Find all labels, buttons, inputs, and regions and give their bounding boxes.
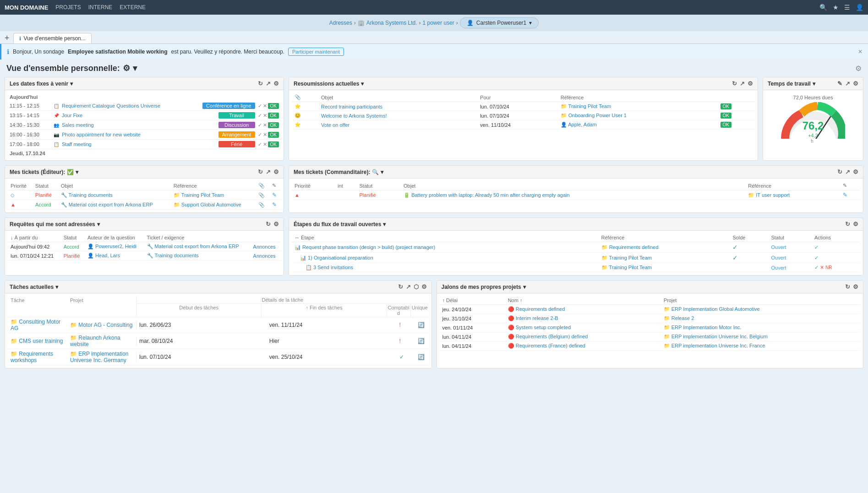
title-chevron-icon[interactable]: ▾ <box>133 63 137 73</box>
wf-ref-2[interactable]: 📁 Training Pilot Team <box>599 253 730 263</box>
jalons-filter-icon[interactable]: ⚙ <box>853 283 858 290</box>
requetes-title-area[interactable]: Requêtes qui me sont adressées ▾ <box>10 221 100 228</box>
dates-refresh-icon[interactable]: ↻ <box>258 80 263 87</box>
resou-refresh-icon[interactable]: ↻ <box>732 80 737 87</box>
req-auteur-1[interactable]: 👤 Poweruser2, Heidi <box>85 242 144 251</box>
x-icon-5[interactable]: ✕ <box>263 141 267 147</box>
date-title-4[interactable]: Photo appointment for new website <box>62 132 216 137</box>
date-title-5[interactable]: Staff meeting <box>62 141 216 147</box>
j-nom-5[interactable]: 🔴 Requirements (France) defined <box>505 341 661 351</box>
j-projet-4[interactable]: 📁 ERP implementation Universe Inc. Belgi… <box>661 332 860 341</box>
date-title-1[interactable]: Requirement Catalogue Questions Universe <box>62 103 200 108</box>
tickets-editeur-filter[interactable]: ⚙ <box>273 168 279 175</box>
j-nom-3[interactable]: 🔴 System setup completed <box>505 323 661 332</box>
taches-title-area[interactable]: Tâches actuelles ▾ <box>10 284 58 290</box>
req-ticket-1[interactable]: 🔧 Material cost export from Arkona ERP <box>144 242 251 251</box>
x-icon-3[interactable]: ✕ <box>263 122 267 128</box>
tache-name-2[interactable]: 📁 CMS user training <box>8 336 67 346</box>
check-icon-3[interactable]: ✓ <box>258 122 262 128</box>
wf-check-3[interactable]: ✓ <box>814 265 819 270</box>
temps-edit-icon[interactable]: ✎ <box>837 80 842 87</box>
check-icon[interactable]: ✓ <box>258 103 262 109</box>
tickets-cmd-refresh[interactable]: ↻ <box>837 168 842 175</box>
dates-fixes-title-area[interactable]: Les dates fixes à venir ▾ <box>10 81 73 87</box>
tab-vue-densemble[interactable]: ℹ Vue d'ensemble person... <box>13 33 92 43</box>
wf-etape-2[interactable]: 📊 1) Organisational preparation <box>292 253 599 263</box>
te-ref-1[interactable]: 📁 Training Pilot Team <box>171 190 256 200</box>
tickets-cmd-external[interactable]: ↗ <box>845 168 850 175</box>
tc-ref-1[interactable]: 📁 IT user support <box>745 190 840 200</box>
tickets-cmd-title-area[interactable]: Mes tickets (Commanditaire): 🔍 ▾ <box>294 169 383 175</box>
temps-filter-icon[interactable]: ⚙ <box>853 80 858 87</box>
filter-icon[interactable]: ⚙ <box>855 64 862 73</box>
wf-action-2[interactable]: ✓ <box>814 255 819 260</box>
resou-filter-icon[interactable]: ⚙ <box>748 80 753 87</box>
req-annonces-1[interactable]: Annonces <box>251 242 281 251</box>
te-edit-2[interactable]: ✎ <box>269 200 281 210</box>
ok-button-3[interactable]: OK <box>268 122 279 128</box>
j-projet-2[interactable]: 📁 Release 2 <box>661 314 860 323</box>
te-edit-1[interactable]: ✎ <box>269 190 281 200</box>
j-projet-5[interactable]: 📁 ERP implementation Universe Inc. Franc… <box>661 341 860 351</box>
jalons-refresh-icon[interactable]: ↻ <box>845 283 850 290</box>
resou-external-icon[interactable]: ↗ <box>740 80 745 87</box>
tickets-cmd-filter[interactable]: ⚙ <box>853 168 858 175</box>
tickets-editeur-refresh[interactable]: ↻ <box>258 168 263 175</box>
breadcrumb-adresses[interactable]: Adresses <box>329 20 352 26</box>
j-nom-4[interactable]: 🔴 Requirements (Belgium) defined <box>505 332 661 341</box>
close-banner-button[interactable]: ✕ <box>858 49 863 55</box>
req-refresh-icon[interactable]: ↻ <box>266 221 271 228</box>
ok-button-2[interactable]: OK <box>268 113 279 119</box>
tc-edit-1[interactable]: ✎ <box>840 190 860 200</box>
taches-refresh-icon[interactable]: ↻ <box>398 283 403 290</box>
settings-icon[interactable]: ⚙ <box>123 63 130 73</box>
breadcrumb-poweruser[interactable]: 1 power user <box>422 20 454 26</box>
j-nom-1[interactable]: 🔴 Requirements defined <box>505 305 661 314</box>
wf-action-1[interactable]: ✓ <box>814 244 819 250</box>
x-icon-4[interactable]: ✕ <box>263 132 267 138</box>
participate-button[interactable]: Participer maintenant <box>288 48 344 56</box>
tache-name-1[interactable]: 📁 Consulting Motor AG <box>8 317 67 333</box>
resoumissions-title-area[interactable]: Resoumissions actuelles ▾ <box>294 81 364 87</box>
nav-interne[interactable]: INTERNE <box>88 4 113 11</box>
tache-name-3[interactable]: 📁 Requirements workshops <box>8 349 67 365</box>
taches-external-icon[interactable]: ⬡ <box>414 283 419 290</box>
tache-projet-2[interactable]: 📁 Relaunch Arkona website <box>67 333 136 349</box>
taches-sync-icon[interactable]: ↗ <box>406 283 411 290</box>
tickets-editeur-external[interactable]: ↗ <box>266 168 271 175</box>
nav-projets[interactable]: PROJETS <box>55 4 81 11</box>
date-title-2[interactable]: Jour Fixe <box>62 113 216 118</box>
dates-filter-icon[interactable]: ⚙ <box>273 80 279 87</box>
workflow-title-area[interactable]: Étapes du flux de travail ouvertes ▾ <box>294 221 386 228</box>
breadcrumb-arkona[interactable]: Arkona Systems Ltd. <box>366 20 417 26</box>
check-icon-4[interactable]: ✓ <box>258 132 262 138</box>
wf-ref-1[interactable]: 📁 Requirements defined <box>599 242 730 253</box>
ok-button-4[interactable]: OK <box>268 132 279 138</box>
resou-title-3[interactable]: Vote on offer <box>318 120 477 130</box>
ok-button-1[interactable]: OK <box>268 103 279 109</box>
star-icon[interactable]: ★ <box>833 4 839 11</box>
ok-green-2[interactable]: OK <box>721 113 732 119</box>
req-auteur-2[interactable]: 👤 Head, Lars <box>85 251 144 260</box>
taches-filter-icon[interactable]: ⚙ <box>421 283 427 290</box>
te-objet-1[interactable]: 🔧 Training documents <box>58 190 171 200</box>
ok-green-3[interactable]: OK <box>721 122 732 128</box>
check-icon-5[interactable]: ✓ <box>258 141 262 147</box>
x-icon-2[interactable]: ✕ <box>263 113 267 119</box>
resou-title-1[interactable]: Record training participants <box>318 102 477 111</box>
tc-objet-1[interactable]: 🔋 Battery problem with laptop: Already 5… <box>401 190 745 200</box>
user-badge[interactable]: 👤 Carsten Poweruser1 ▾ <box>460 17 539 28</box>
menu-icon[interactable]: ☰ <box>844 4 850 11</box>
temps-external-icon[interactable]: ↗ <box>845 80 850 87</box>
add-tab-button[interactable]: + <box>5 33 10 43</box>
wf-x-3[interactable]: ✕ <box>820 265 824 270</box>
check-icon-2[interactable]: ✓ <box>258 113 262 119</box>
resou-title-2[interactable]: Welcome to Arkona Systems! <box>318 111 477 120</box>
nav-externe[interactable]: EXTERNE <box>120 4 146 11</box>
te-ref-2[interactable]: 📁 Support Global Automotive <box>171 200 256 210</box>
ok-button-5[interactable]: OK <box>268 141 279 147</box>
jalons-title-area[interactable]: Jalons de mes propres projets ▾ <box>442 284 526 290</box>
tache-projet-1[interactable]: 📁 Motor AG - Consulting <box>67 320 136 330</box>
user-icon[interactable]: 👤 <box>856 4 863 11</box>
wf-ref-3[interactable]: 📁 Training Pilot Team <box>599 263 730 272</box>
